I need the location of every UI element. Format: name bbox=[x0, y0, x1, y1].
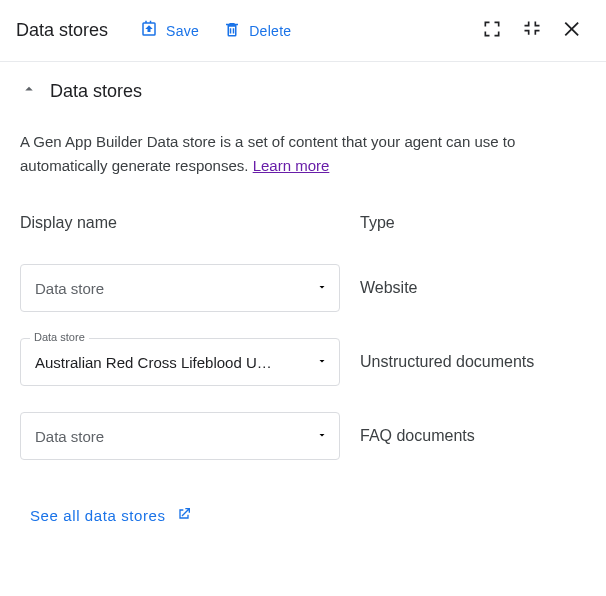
data-store-type: Unstructured documents bbox=[340, 351, 534, 373]
columns-header: Display name Type bbox=[20, 214, 586, 232]
delete-button[interactable]: Delete bbox=[215, 14, 299, 47]
dropdown-icon bbox=[316, 353, 328, 371]
chevron-up-icon bbox=[20, 80, 38, 102]
close-button[interactable] bbox=[556, 12, 590, 49]
section-title: Data stores bbox=[50, 81, 142, 102]
dropdown-icon bbox=[316, 427, 328, 445]
learn-more-link[interactable]: Learn more bbox=[253, 157, 330, 174]
save-icon bbox=[140, 20, 158, 41]
page-title: Data stores bbox=[16, 20, 108, 41]
section-toggle[interactable]: Data stores bbox=[20, 80, 586, 102]
fullscreen-icon bbox=[482, 19, 502, 42]
data-store-type: FAQ documents bbox=[340, 425, 475, 447]
external-link-icon bbox=[176, 506, 192, 525]
data-store-select[interactable]: Data store bbox=[20, 412, 340, 460]
trash-icon bbox=[223, 20, 241, 41]
save-button[interactable]: Save bbox=[132, 14, 207, 47]
exit-fullscreen-button[interactable] bbox=[516, 13, 548, 48]
data-store-type: Website bbox=[340, 277, 418, 299]
section-body: Data stores A Gen App Builder Data store… bbox=[0, 62, 606, 543]
save-button-label: Save bbox=[166, 23, 199, 39]
data-store-row: Data store FAQ documents bbox=[20, 412, 586, 460]
data-store-select[interactable]: Australian Red Cross Lifeblood U… bbox=[20, 338, 340, 386]
fullscreen-button[interactable] bbox=[476, 13, 508, 48]
data-store-value: Australian Red Cross Lifeblood U… bbox=[35, 354, 272, 371]
floating-label: Data store bbox=[30, 331, 89, 343]
header-toolbar: Data stores Save Delete bbox=[0, 0, 606, 62]
exit-fullscreen-icon bbox=[522, 19, 542, 42]
column-display-name: Display name bbox=[20, 214, 117, 231]
data-store-placeholder: Data store bbox=[35, 280, 104, 297]
section-description: A Gen App Builder Data store is a set of… bbox=[20, 130, 586, 178]
see-all-label: See all data stores bbox=[30, 507, 166, 524]
dropdown-icon bbox=[316, 279, 328, 297]
close-icon bbox=[562, 18, 584, 43]
delete-button-label: Delete bbox=[249, 23, 291, 39]
column-type: Type bbox=[360, 214, 395, 231]
data-store-select[interactable]: Data store bbox=[20, 264, 340, 312]
data-store-row: Data store Australian Red Cross Lifebloo… bbox=[20, 338, 586, 386]
data-store-row: Data store Website bbox=[20, 264, 586, 312]
data-store-placeholder: Data store bbox=[35, 428, 104, 445]
see-all-link[interactable]: See all data stores bbox=[30, 506, 192, 525]
